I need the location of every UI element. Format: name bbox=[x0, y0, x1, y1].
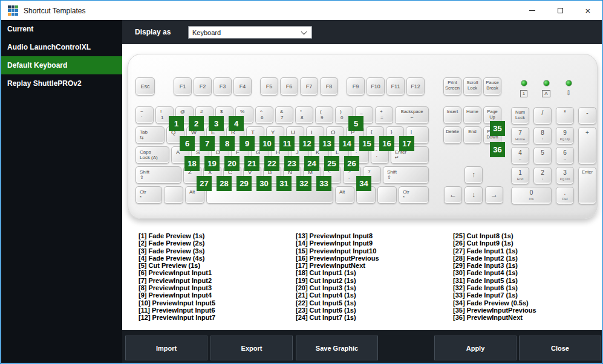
close-button[interactable]: Close bbox=[519, 336, 601, 360]
key-sublabel: * bbox=[140, 195, 161, 200]
apply-button[interactable]: Apply bbox=[434, 336, 517, 360]
footer-bar: ImportExportSave GraphicApplyClose bbox=[122, 330, 602, 363]
led-symbol-icon: A bbox=[542, 90, 550, 97]
maximize-button[interactable] bbox=[546, 1, 574, 20]
key-symbol: += bbox=[375, 106, 393, 124]
legend-entry: [35] PreviewInputPrevious bbox=[453, 307, 603, 314]
shortcut-badge-14: 14 bbox=[339, 136, 354, 151]
key-label: 3 bbox=[556, 170, 573, 176]
key-label: Esc bbox=[140, 83, 149, 89]
key-symbol: ← bbox=[444, 186, 462, 204]
legend-entry: [5] Cut Preview (1s) bbox=[139, 262, 291, 269]
key-blank bbox=[377, 186, 397, 204]
logo-cell bbox=[8, 13, 11, 16]
key-label: F3 bbox=[220, 83, 226, 89]
shortcut-badge-19: 19 bbox=[204, 156, 220, 171]
key-print: PrintScreen bbox=[443, 77, 461, 96]
key-sublabel: Del bbox=[556, 197, 573, 201]
minimize-button[interactable] bbox=[518, 1, 546, 20]
shortcut-badge-9: 9 bbox=[240, 136, 255, 151]
legend-entry: [20] Cut Input3 (1s) bbox=[296, 284, 448, 291]
key-sublabel: ` bbox=[141, 115, 153, 120]
key-label: Tab bbox=[140, 129, 164, 135]
key-label: / bbox=[534, 110, 551, 116]
key-sublabel: Break bbox=[484, 86, 501, 91]
display-as-value: Keyboard bbox=[192, 29, 221, 36]
key-label: Insert bbox=[444, 109, 461, 115]
key-f9: F9 bbox=[347, 77, 365, 96]
display-as-dropdown[interactable]: Keyboard bbox=[188, 26, 312, 39]
key-label: ↓ bbox=[472, 190, 475, 199]
key-label: % bbox=[240, 109, 253, 114]
sidebar-item-default-keyboard[interactable]: Default Keyboard bbox=[1, 56, 122, 74]
key-sublabel: ⇧ bbox=[387, 175, 428, 180]
key-label: ( bbox=[320, 109, 333, 114]
legend-entry: [29] Fade Input3 (1s) bbox=[453, 262, 603, 269]
save-graphic-button[interactable]: Save Graphic bbox=[296, 336, 378, 360]
shortcut-badge-28: 28 bbox=[217, 176, 232, 191]
display-as-label: Display as bbox=[135, 28, 171, 36]
key-7: 7Home bbox=[511, 127, 529, 145]
key-f12: F12 bbox=[406, 77, 425, 96]
shortcut-badge-18: 18 bbox=[184, 156, 200, 171]
key-label: * bbox=[300, 109, 313, 114]
key-num: NumLock bbox=[511, 107, 529, 125]
key-label: J bbox=[296, 149, 299, 155]
key-tab: Tab⇆ bbox=[135, 126, 165, 144]
key-f11: F11 bbox=[386, 77, 405, 96]
key-5: 5 bbox=[533, 147, 552, 164]
sidebar-item-replay-shuttleprov2[interactable]: Replay ShuttlePROv2 bbox=[1, 74, 122, 93]
shortcut-badge-25: 25 bbox=[324, 156, 339, 171]
key-label: 1 bbox=[512, 170, 529, 176]
legend-entry: [2] Fade Preview (2s) bbox=[139, 239, 291, 247]
legend-entry: [9] PreviewInput Input4 bbox=[139, 291, 291, 299]
shortcut-badge-5: 5 bbox=[348, 116, 363, 131]
key-label: ! bbox=[160, 109, 173, 114]
sidebar-item-current[interactable]: Current bbox=[1, 20, 122, 38]
shortcut-badge-27: 27 bbox=[197, 176, 212, 191]
num-lock-led: 1 bbox=[518, 80, 529, 97]
import-button[interactable]: Import bbox=[125, 336, 207, 360]
key-2: 2↓ bbox=[533, 167, 552, 184]
key-label: ^ bbox=[260, 109, 273, 114]
legend-entry: [4] Fade Preview (4s) bbox=[139, 255, 291, 262]
key-label: # bbox=[200, 109, 213, 114]
key-symbol: + bbox=[578, 127, 596, 164]
title-bar: Shortcut Templates × bbox=[1, 1, 602, 20]
key-f7: F7 bbox=[300, 77, 318, 96]
key-label: Home bbox=[464, 109, 481, 115]
key-label: Shift bbox=[387, 169, 428, 175]
key-label: I bbox=[311, 129, 313, 135]
key-label: T bbox=[251, 129, 255, 135]
key-label: Ctr bbox=[140, 189, 161, 195]
key-label: ↑ bbox=[472, 171, 475, 179]
key-label: Delete bbox=[444, 129, 461, 135]
key-label: ← bbox=[449, 190, 457, 199]
sidebar-item-audio-launchcontrolxl[interactable]: Audio LaunchControlXL bbox=[1, 38, 122, 56]
key-label: F1 bbox=[180, 83, 186, 89]
key-symbol: (9 bbox=[315, 106, 333, 124]
key-label: F6 bbox=[286, 83, 293, 89]
close-button[interactable]: × bbox=[574, 1, 602, 20]
export-button[interactable]: Export bbox=[210, 336, 293, 360]
key-symbol: *8 bbox=[295, 106, 313, 124]
key-f10: F10 bbox=[367, 77, 385, 96]
legend-entry: [23] Cut Input6 (1s) bbox=[296, 307, 448, 314]
key-label: } bbox=[391, 129, 403, 134]
legend-entry: [14] PreviewInput Input9 bbox=[296, 239, 448, 247]
key-f8: F8 bbox=[320, 77, 338, 96]
key-label: { bbox=[371, 129, 383, 134]
shortcut-badge-6: 6 bbox=[180, 136, 195, 151]
shortcut-badge-8: 8 bbox=[220, 136, 235, 151]
key-blank bbox=[164, 186, 183, 204]
legend-entry: [10] PreviewInput Input5 bbox=[139, 299, 291, 307]
legend-entry: [12] PreviewInput Input7 bbox=[139, 314, 291, 321]
minimize-icon bbox=[529, 10, 535, 11]
logo-cell bbox=[15, 5, 18, 8]
key-4: 4← bbox=[511, 147, 529, 164]
legend-entry: [13] PreviewInput Input8 bbox=[296, 232, 448, 239]
legend-entry: [31] Fade Input5 (1s) bbox=[453, 277, 603, 284]
key-symbol: ^6 bbox=[255, 106, 273, 124]
key-f2: F2 bbox=[194, 77, 212, 96]
key-symbol: ~` bbox=[135, 106, 154, 124]
